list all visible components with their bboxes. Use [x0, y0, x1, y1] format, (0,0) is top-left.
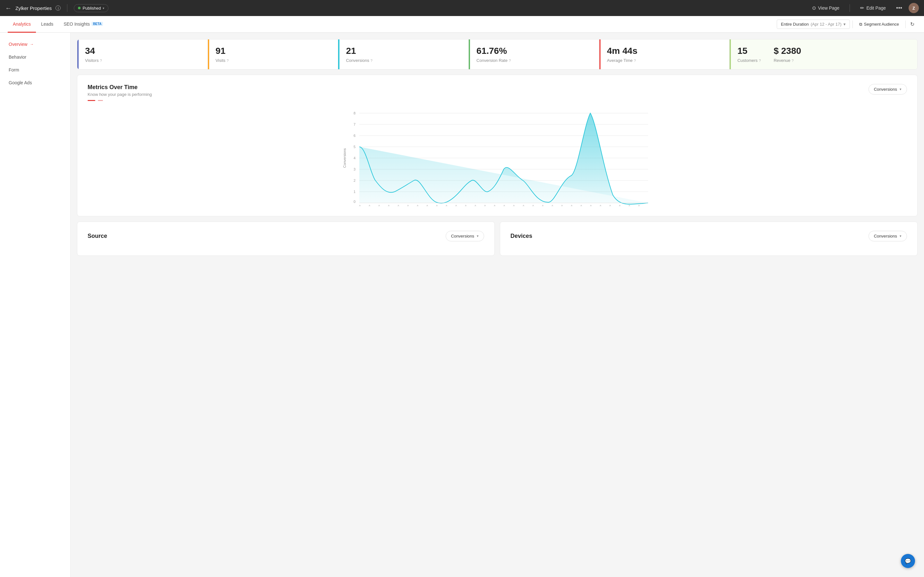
visitors-value: 34 [85, 46, 200, 56]
metric-visits: 91 Visits ? [208, 39, 338, 69]
svg-text:16-Apr: 16-Apr [519, 204, 525, 206]
chart-subtitle: Know how your page is performing [87, 92, 152, 97]
metric-visitors: 34 Visitors ? [78, 39, 208, 69]
published-badge[interactable]: Published ▾ [74, 4, 108, 12]
svg-text:17-Apr: 17-Apr [596, 204, 602, 206]
conversion-rate-label: Conversion Rate ? [477, 58, 591, 63]
segment-label: Segment Audience [864, 22, 899, 27]
revenue-help[interactable]: ? [792, 59, 793, 63]
conversion-rate-help[interactable]: ? [509, 59, 511, 63]
customers-help[interactable]: ? [759, 59, 761, 63]
avatar[interactable]: Z [909, 3, 919, 13]
tab-analytics[interactable]: Analytics [8, 16, 36, 33]
svg-text:13-Apr: 13-Apr [384, 204, 391, 206]
more-button[interactable]: ••• [893, 3, 905, 13]
visitors-label: Visitors ? [85, 58, 200, 63]
svg-text:14-Apr: 14-Apr [432, 204, 439, 206]
chat-fab-button[interactable]: 💬 [901, 554, 915, 568]
refresh-button[interactable]: ↻ [908, 19, 916, 29]
conversions-help[interactable]: ? [371, 59, 373, 63]
filter-icon: ⧉ [859, 22, 862, 27]
edit-page-button[interactable]: ✏ Edit Page [856, 3, 890, 13]
back-button[interactable]: ← [5, 5, 11, 12]
more-icon: ••• [896, 5, 902, 11]
devices-dropdown-label: Conversions [874, 234, 897, 239]
chart-metric-dropdown[interactable]: Conversions ▾ [869, 84, 907, 95]
devices-dropdown[interactable]: Conversions ▾ [869, 231, 907, 242]
svg-text:5: 5 [354, 145, 355, 149]
chat-icon: 💬 [905, 558, 911, 564]
svg-text:17-Apr: 17-Apr [567, 204, 573, 206]
chart-title-block: Metrics Over Time Know how your page is … [87, 84, 152, 101]
conversion-rate-value: 61.76% [477, 46, 591, 56]
view-page-icon: ⊙ [812, 5, 816, 11]
visitors-help[interactable]: ? [100, 59, 102, 63]
tab-leads[interactable]: Leads [36, 16, 58, 33]
svg-text:4: 4 [354, 156, 355, 160]
source-dropdown-label: Conversions [451, 234, 474, 239]
average-time-label: Average Time ? [607, 58, 722, 63]
source-header: Source Conversions ▾ [87, 231, 484, 242]
googleads-label: Google Ads [9, 80, 32, 85]
svg-text:17-Apr: 17-Apr [634, 204, 641, 206]
svg-text:15-Apr: 15-Apr [499, 204, 506, 206]
sidebar-item-googleads[interactable]: Google Ads [0, 76, 70, 89]
visitors-bar [78, 39, 79, 69]
svg-text:17-Apr: 17-Apr [586, 204, 593, 206]
revenue-label: Revenue ? [774, 58, 801, 63]
bottom-row: Source Conversions ▾ Devices Conversions… [77, 221, 918, 256]
view-page-button[interactable]: ⊙ View Page [808, 3, 843, 13]
sidebar-item-form[interactable]: Form [0, 63, 70, 76]
customers-bar [730, 39, 731, 69]
svg-text:15-Apr: 15-Apr [490, 204, 496, 206]
metric-average-time: 4m 44s Average Time ? [599, 39, 730, 69]
published-chevron: ▾ [103, 6, 104, 10]
source-dropdown[interactable]: Conversions ▾ [446, 231, 484, 242]
chart-dropdown-chevron: ▾ [900, 87, 901, 91]
svg-text:16-Apr: 16-Apr [538, 204, 544, 206]
chart-header: Metrics Over Time Know how your page is … [87, 84, 907, 101]
segment-audience-button[interactable]: ⧉ Segment Audience [855, 20, 903, 29]
source-section: Source Conversions ▾ [77, 221, 495, 256]
devices-header: Devices Conversions ▾ [510, 231, 907, 242]
svg-text:Conversions: Conversions [342, 148, 347, 168]
top-navigation: ← Zylker Properties i Published ▾ ⊙ View… [0, 0, 924, 16]
duration-label: Entire Duration [781, 22, 809, 27]
visits-label: Visits ? [216, 58, 330, 63]
svg-text:16-Apr: 16-Apr [528, 204, 535, 206]
behavior-label: Behavior [9, 55, 26, 60]
svg-text:15-Apr: 15-Apr [461, 204, 467, 206]
published-label: Published [82, 6, 101, 11]
sidebar-item-overview[interactable]: Overview → [0, 38, 70, 51]
tab-divider2 [905, 21, 906, 28]
svg-text:17-Apr: 17-Apr [557, 204, 564, 206]
svg-text:17-Apr: 17-Apr [606, 204, 612, 206]
site-name: Zylker Properties [15, 5, 52, 11]
refresh-icon: ↻ [910, 21, 914, 27]
overview-label: Overview [9, 42, 27, 47]
form-label: Form [9, 67, 19, 73]
edit-page-icon: ✏ [860, 5, 864, 11]
duration-chevron: ▾ [843, 22, 846, 27]
svg-text:6: 6 [354, 134, 355, 137]
duration-selector[interactable]: Entire Duration (Apr 12 - Apr 17) ▾ [777, 19, 850, 29]
visits-bar [208, 39, 209, 69]
svg-text:2: 2 [354, 179, 355, 182]
source-chevron: ▾ [477, 234, 479, 238]
view-page-label: View Page [818, 5, 840, 11]
info-icon[interactable]: i [55, 5, 61, 11]
svg-text:8: 8 [354, 111, 355, 115]
metric-customers: 15 Customers ? $ 2380 Revenue ? [730, 39, 917, 69]
visits-help[interactable]: ? [227, 59, 229, 63]
overview-arrow: → [30, 42, 34, 47]
chart-dropdown-label: Conversions [874, 87, 897, 92]
sidebar-item-behavior[interactable]: Behavior [0, 51, 70, 63]
devices-title: Devices [510, 233, 532, 239]
svg-text:13-Apr: 13-Apr [413, 204, 419, 206]
svg-text:17-Apr: 17-Apr [577, 204, 583, 206]
svg-text:14-Apr: 14-Apr [423, 204, 429, 206]
svg-text:17-Apr: 17-Apr [615, 204, 622, 206]
tab-seo[interactable]: SEO Insights BETA [58, 16, 108, 33]
average-time-help[interactable]: ? [634, 59, 636, 63]
source-title: Source [87, 233, 107, 239]
